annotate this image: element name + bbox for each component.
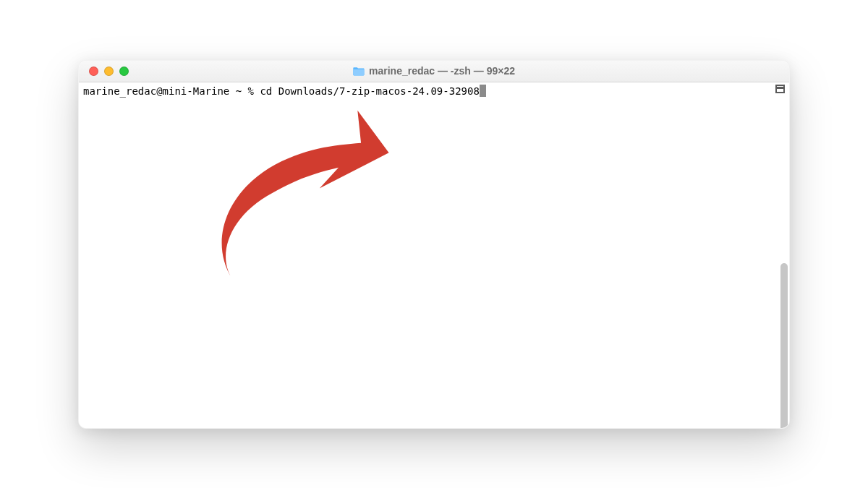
typed-command: cd Downloads/7-zip-macos-24.09-32908	[260, 85, 479, 98]
window-title: marine_redac — -zsh — 99×22	[79, 65, 789, 77]
close-button[interactable]	[89, 67, 98, 76]
command-line[interactable]: marine_redac@mini-Marine ~ % cd Download…	[83, 85, 785, 98]
shell-prompt: marine_redac@mini-Marine ~ %	[83, 85, 260, 98]
window-titlebar: marine_redac — -zsh — 99×22	[79, 61, 789, 82]
terminal-window: marine_redac — -zsh — 99×22 marine_redac…	[78, 60, 790, 429]
terminal-body[interactable]: marine_redac@mini-Marine ~ % cd Download…	[79, 82, 789, 428]
menu-icon[interactable]	[775, 85, 785, 93]
traffic-lights	[79, 67, 129, 76]
vertical-scrollbar[interactable]	[780, 263, 788, 429]
text-cursor	[480, 85, 486, 97]
window-title-text: marine_redac — -zsh — 99×22	[369, 65, 515, 77]
folder-icon	[353, 67, 365, 76]
minimize-button[interactable]	[104, 67, 114, 76]
maximize-button[interactable]	[119, 67, 129, 76]
arrow-annotation-icon	[187, 100, 404, 281]
